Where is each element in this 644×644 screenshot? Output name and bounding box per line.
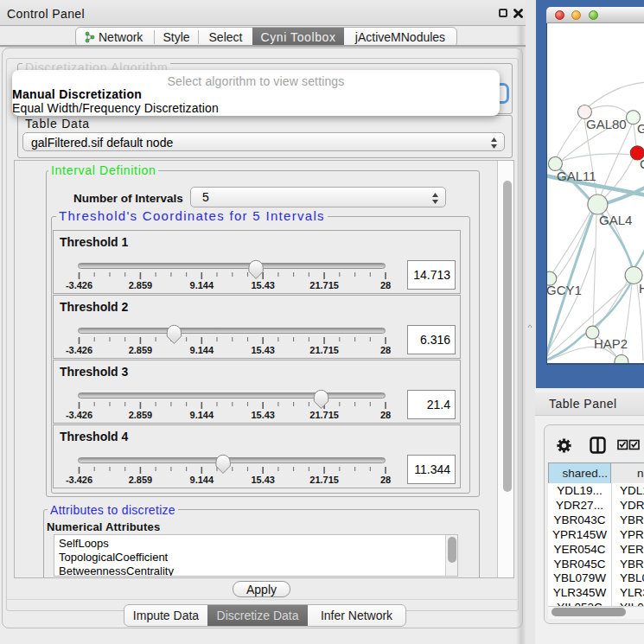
svg-text:HAP2: HAP2 <box>594 336 628 351</box>
svg-text:H: H <box>639 281 644 296</box>
svg-text:GAL80: GAL80 <box>586 117 627 131</box>
svg-text:C: C <box>640 156 644 171</box>
svg-text:GAL4: GAL4 <box>599 213 632 227</box>
svg-text:GA: GA <box>637 121 644 136</box>
svg-text:GAL11: GAL11 <box>557 169 596 183</box>
svg-text:GCY1: GCY1 <box>547 283 582 297</box>
